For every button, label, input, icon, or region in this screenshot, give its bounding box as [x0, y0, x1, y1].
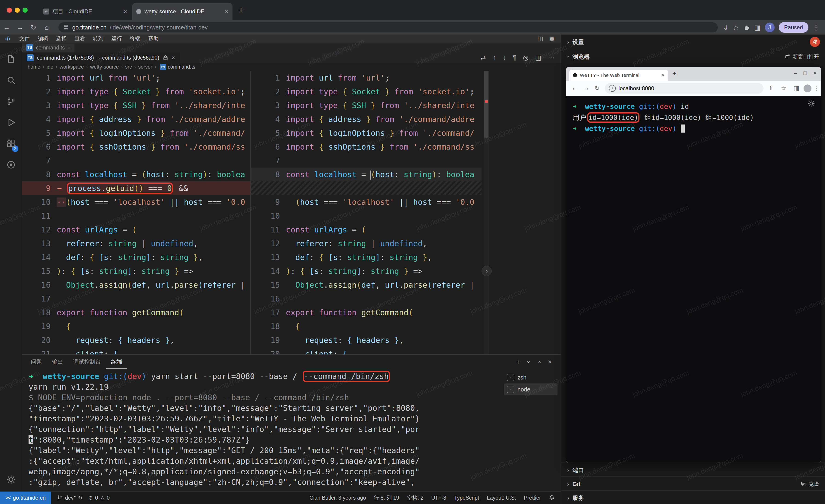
status-item[interactable]: Prettier [524, 495, 541, 501]
notifications-bell-icon[interactable] [549, 495, 555, 501]
customize-layout-icon[interactable]: ▦ [549, 35, 555, 42]
toggle-whitespace-icon[interactable]: ¶ [513, 54, 516, 62]
extensions-icon[interactable] [6, 139, 16, 149]
browser-tab-wetty-source[interactable]: wetty-source - CloudIDE × [132, 3, 232, 20]
settings-gear-icon[interactable] [6, 475, 16, 485]
extensions-puzzle-icon[interactable] [743, 24, 750, 31]
previous-change-icon[interactable]: ↑ [493, 54, 496, 62]
home-icon[interactable]: ⌂ [40, 23, 54, 31]
git-branch-status[interactable]: dev* ↻ [57, 495, 82, 501]
side-panel-icon[interactable]: ◨ [754, 23, 761, 31]
editor-scrollbar[interactable] [484, 71, 489, 354]
profile-avatar[interactable]: J [765, 22, 774, 32]
terminal-settings-gear-icon[interactable] [807, 100, 815, 107]
problems-status[interactable]: ⊘ 0 △ 0 [88, 495, 110, 501]
new-tab-button[interactable]: + [238, 5, 243, 15]
menu-item[interactable]: 转到 [89, 35, 107, 42]
minimize-window-button[interactable] [15, 8, 20, 13]
new-tab-icon[interactable]: + [672, 70, 677, 78]
breadcrumb-item[interactable]: ide [47, 64, 53, 70]
close-panel-icon[interactable]: × [548, 358, 551, 366]
terminal-list-item[interactable]: >_zsh [504, 371, 557, 384]
browser-tab-project[interactable]: ‹/› 项目 - CloudIDE × [39, 3, 131, 20]
chevron-right-icon[interactable]: › [481, 266, 492, 276]
side-panel-icon[interactable]: ◨ [794, 84, 800, 92]
panel-tab-3[interactable]: 调试控制台 [68, 355, 106, 368]
maximize-icon[interactable]: □ [803, 70, 807, 76]
breadcrumb-file[interactable]: command.ts [168, 64, 196, 70]
breadcrumb-item[interactable]: src [125, 64, 132, 70]
run-debug-icon[interactable] [6, 117, 16, 128]
status-item[interactable]: Layout: U.S. [487, 495, 516, 501]
status-item[interactable]: UTF-8 [431, 495, 446, 501]
menu-item[interactable]: 帮助 [144, 35, 163, 42]
embedded-browser-tab[interactable]: WeTTY - The Web Terminal × [569, 70, 668, 81]
status-item[interactable]: Cian Butler, 3 years ago [309, 495, 366, 501]
forward-icon[interactable]: → [583, 84, 589, 92]
section-ports[interactable]: › 端口 [561, 463, 825, 477]
maximize-panel-icon[interactable]: › [535, 361, 542, 363]
section-browser[interactable]: › 浏览器 新窗口打开 [561, 49, 825, 64]
diff-original-pane[interactable]: 1import url from 'url';2import type { So… [22, 71, 250, 354]
close-tab-icon[interactable]: × [124, 8, 127, 15]
open-file-icon[interactable]: ◎ [523, 54, 528, 62]
sync-icon[interactable]: ↻ [78, 495, 82, 501]
close-tab-icon[interactable]: × [225, 8, 228, 15]
terminal-list-item[interactable]: >_node [504, 384, 557, 395]
editor-tab-command-ts[interactable]: TS command.ts × [22, 43, 75, 53]
close-icon[interactable]: × [813, 70, 817, 76]
open-new-window-button[interactable]: 新窗口打开 [785, 53, 819, 60]
diff-modified-pane[interactable]: 1import url from 'url';2import type { So… [251, 71, 481, 354]
forward-icon[interactable]: → [13, 23, 27, 31]
environment-icon[interactable] [6, 160, 16, 170]
more-actions-icon[interactable]: ⋯ [548, 54, 554, 62]
reload-icon[interactable]: ↻ [595, 84, 600, 92]
minimize-icon[interactable]: – [794, 70, 797, 76]
web-terminal[interactable]: ➜ wetty-source git:(dev) id用户id=1000(ide… [566, 96, 821, 463]
back-icon[interactable]: ← [572, 84, 578, 92]
scrollbar-thumb[interactable] [484, 71, 489, 138]
clone-button[interactable]: 克隆 [801, 481, 819, 488]
menu-item[interactable]: 运行 [107, 35, 126, 42]
user-avatar[interactable]: 邓 [810, 37, 820, 47]
panel-tab-1[interactable]: 问题 [26, 355, 47, 368]
close-window-button[interactable] [7, 8, 12, 13]
new-terminal-icon[interactable]: + [516, 358, 520, 366]
menu-item[interactable]: 编辑 [34, 35, 52, 42]
breadcrumb-item[interactable]: wetty-source [90, 64, 119, 70]
embedded-address-bar[interactable]: i localhost:8080 [605, 83, 763, 94]
address-bar[interactable]: go.titanide.cn/ide/web/coding/wetty-sour… [59, 22, 718, 32]
breadcrumb-item[interactable]: home [27, 64, 40, 70]
status-item[interactable]: 空格: 2 [407, 494, 424, 501]
status-item[interactable]: 行 8, 列 19 [374, 494, 399, 501]
terminal-profile-dropdown-icon[interactable]: › [525, 361, 533, 363]
menu-item[interactable]: 查看 [71, 35, 89, 42]
section-git[interactable]: › Git 克隆 [561, 476, 825, 491]
status-item[interactable]: TypeScript [454, 495, 479, 501]
site-info-icon[interactable]: i [609, 85, 616, 92]
bookmark-star-icon[interactable]: ☆ [733, 23, 739, 31]
split-editor-icon[interactable]: ◫ [537, 35, 543, 42]
terminal-output[interactable]: ➜ wetty-source git:(dev) yarn start --po… [28, 371, 501, 490]
menu-item[interactable]: 选择 [52, 35, 71, 42]
close-tab-icon[interactable]: × [662, 72, 665, 78]
section-settings[interactable]: › 设置 邓 [561, 34, 825, 49]
menu-item[interactable]: 文件 [15, 35, 34, 42]
explorer-files-icon[interactable] [6, 54, 16, 64]
search-icon[interactable] [6, 75, 16, 85]
back-icon[interactable]: ← [0, 23, 13, 31]
sync-paused-badge[interactable]: Paused [779, 22, 808, 33]
zoom-window-button[interactable] [22, 8, 27, 13]
breadcrumb-item[interactable]: workspace [60, 64, 84, 70]
remote-indicator[interactable]: >< go.titanide.cn [0, 492, 51, 504]
menu-kebab-icon[interactable]: ⋮ [814, 84, 820, 92]
split-editor-icon[interactable]: ◫ [535, 54, 541, 62]
bookmark-star-icon[interactable]: ☆ [781, 84, 786, 92]
download-icon[interactable]: ⇩ [723, 23, 729, 31]
reload-icon[interactable]: ↻ [27, 23, 40, 31]
close-tab-icon[interactable]: × [67, 45, 70, 51]
section-services[interactable]: › 服务 [561, 490, 825, 504]
source-control-icon[interactable] [6, 96, 16, 106]
share-icon[interactable]: ⇧ [769, 84, 774, 92]
next-change-icon[interactable]: ↓ [503, 54, 506, 62]
